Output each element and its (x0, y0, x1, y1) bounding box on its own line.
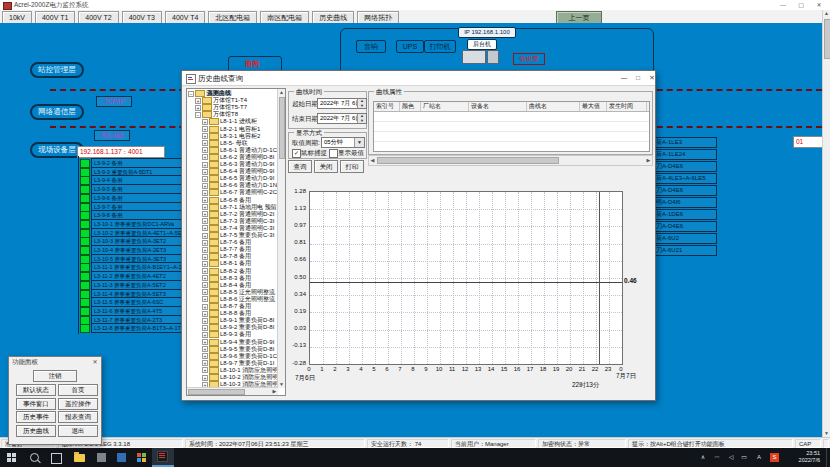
app-icon-blue[interactable] (112, 450, 132, 465)
file-explorer-icon[interactable] (70, 450, 90, 465)
tree-expander-icon[interactable]: + (202, 154, 208, 160)
properties-scroll-thumb[interactable] (377, 157, 559, 164)
tree-expander-icon[interactable]: + (202, 211, 208, 217)
query-button[interactable]: 查询 (288, 160, 312, 173)
scroll-thumb[interactable] (824, 19, 830, 59)
window-minimize-button[interactable]: — (776, 1, 790, 9)
tree-child-node[interactable]: +L8-8-5 泛光照明整流 (202, 289, 286, 296)
tree-expander-icon[interactable]: + (202, 311, 208, 317)
tree-group-node[interactable]: +万体馆T1-T4 (195, 97, 283, 104)
tree-expander-icon[interactable]: + (202, 339, 208, 345)
tree-expander-icon[interactable]: + (202, 183, 208, 189)
app-vertical-scrollbar[interactable]: ▲ ▼ (822, 10, 830, 437)
tree-child-node[interactable]: +L8-6-3 普通动力D-9I (202, 161, 286, 168)
tree-expander-icon[interactable]: + (202, 247, 208, 253)
period-dropdown-arrow[interactable]: ▼ (354, 138, 364, 147)
function-panel-button[interactable]: 历史曲线 (16, 425, 56, 437)
tree-expander-icon[interactable]: + (202, 282, 208, 288)
properties-column-header[interactable]: 最大值 (580, 102, 607, 111)
tree-child-node[interactable]: +L8-2-1 电容柜1 (202, 126, 286, 133)
tree-child-node[interactable]: +L8-7-4 普通照明C-3I (202, 225, 286, 232)
taskbar-clock[interactable]: 23:51 2022/7/6 (786, 450, 820, 464)
start-button[interactable] (2, 450, 22, 465)
tree-expander-icon[interactable]: + (202, 147, 208, 153)
scroll-down-arrow[interactable]: ▼ (823, 430, 830, 437)
properties-column-header[interactable]: 发生时间 (607, 102, 647, 111)
tree-expander-icon[interactable]: + (202, 254, 208, 260)
device-row-label[interactable]: L3-11-8 赛事重要负荷A-B1T3~A-1T1 (91, 323, 187, 333)
tree-expander-icon[interactable]: + (202, 289, 208, 295)
tree-child-node[interactable]: +L8-9-5 重要负荷D-8I (202, 346, 286, 353)
window-maximize-button[interactable]: ▢ (794, 1, 808, 9)
function-panel-button[interactable]: 历史事件 (16, 411, 56, 423)
tree-child-node[interactable]: +L8-7-8 备用 (202, 253, 286, 260)
tree-child-node[interactable]: +L8-9-4 重要负荷D-9I (202, 339, 286, 346)
tree-expander-icon[interactable]: + (202, 332, 208, 338)
tree-child-node[interactable]: +L8-3-1 电容柜2 (202, 133, 286, 140)
tree-child-node[interactable]: +L8-6-6 普通动力D-1N (202, 182, 286, 189)
mouse-snap-checkbox[interactable]: ✓ (292, 149, 301, 158)
tree-expander-icon[interactable]: + (202, 233, 208, 239)
properties-column-header[interactable]: 索引号 (374, 102, 400, 111)
tree-expander-icon[interactable]: + (202, 325, 208, 331)
tree-expander-icon[interactable]: + (202, 119, 208, 125)
tree-group-node[interactable]: +万体馆T5-T7 (195, 104, 283, 111)
function-panel-button[interactable]: 首页 (58, 384, 98, 396)
tree-child-node[interactable]: +L8-1-1 进线柜 (202, 118, 286, 125)
tree-child-node[interactable]: +L8-9-7 重要负荷D-1I (202, 360, 286, 367)
tree-child-node[interactable]: +L8-10-1 消防应急照明 (202, 367, 286, 374)
properties-column-header[interactable]: 颜色 (400, 102, 421, 111)
close-button[interactable]: 关闭 (314, 160, 338, 173)
app-icon-gray[interactable] (92, 450, 112, 465)
tree-child-node[interactable]: +L8-5- 母联 (202, 140, 286, 147)
tree-expander-icon[interactable]: − (195, 112, 201, 118)
task-view-icon[interactable] (46, 450, 66, 465)
tree-expander-icon[interactable]: + (202, 140, 208, 146)
ime-icon[interactable]: ▭ (738, 448, 750, 467)
tree-child-node[interactable]: +L8-7-2 普通照明D-2I (202, 211, 286, 218)
tree-expander-icon[interactable]: + (202, 360, 208, 366)
dialog-close-button[interactable]: ✕ (646, 73, 658, 83)
tree-expander-icon[interactable]: + (202, 375, 208, 381)
tree-child-node[interactable]: +L8-9-6 重要负荷D-1C (202, 353, 286, 360)
function-panel-button[interactable]: 事件窗口 (16, 398, 56, 410)
tree-expander-icon[interactable]: + (202, 304, 208, 310)
tree-child-node[interactable]: +L8-9-1 重要负荷D-8I (202, 317, 286, 324)
tree-scroll-thumb[interactable] (279, 97, 285, 159)
function-panel-button[interactable]: 报表查询 (58, 411, 98, 423)
tree-child-node[interactable]: +L8-7-3 普通照明C-3I (202, 218, 286, 225)
tree-expander-icon[interactable]: + (202, 225, 208, 231)
store-icon[interactable] (132, 450, 152, 465)
function-panel-button[interactable]: 遥控操作 (58, 398, 98, 410)
tree-child-node[interactable]: +L8-10-2 消防应急照明 (202, 374, 286, 381)
tree-expander-icon[interactable]: + (202, 190, 208, 196)
tree-expander-icon[interactable]: + (202, 318, 208, 324)
start-date-spinner[interactable]: ▲▼ (357, 99, 366, 108)
tree-child-node[interactable]: +L8-8-4 备用 (202, 282, 286, 289)
tree-child-node[interactable]: +L8-6-2 普通照明D-8I (202, 154, 286, 161)
tree-child-node[interactable]: +L8-7-5 重要负荷C-3I (202, 232, 286, 239)
tree-expander-icon[interactable]: + (202, 268, 208, 274)
network-icon[interactable]: ⎓ (712, 448, 722, 467)
tree-expander-icon[interactable]: − (188, 91, 194, 97)
tree-child-node[interactable]: +L8-6-4 普通照明D-9I (202, 168, 286, 175)
acrel-app-taskbar-icon[interactable] (152, 448, 174, 467)
print-button[interactable]: 打印 (340, 160, 364, 173)
properties-column-header[interactable]: 曲线名 (527, 102, 580, 111)
speaker-icon[interactable]: ◁ (726, 448, 736, 467)
tree-group-node[interactable]: −万体馆T8 (195, 111, 283, 118)
show-desktop-button[interactable] (826, 448, 830, 467)
tree-expander-icon[interactable]: + (202, 240, 208, 246)
search-icon[interactable] (24, 450, 44, 465)
function-panel-button[interactable]: 默认状态 (16, 384, 56, 396)
tree-horizontal-scrollbar[interactable]: ▶ (187, 387, 278, 395)
dialog-maximize-button[interactable]: □ (632, 73, 644, 83)
tree-scroll-up[interactable]: ▲ (278, 89, 285, 96)
properties-scroll-left[interactable]: ◀ (369, 156, 376, 164)
properties-hscrollbar[interactable]: ◀ ▶ (368, 155, 653, 166)
end-date-spinner[interactable]: ▲▼ (357, 114, 366, 123)
tree-expander-icon[interactable]: + (195, 98, 201, 104)
tree-expander-icon[interactable]: + (202, 367, 208, 373)
tree-child-node[interactable]: +L8-9-3 备用 (202, 331, 286, 338)
tree-child-node[interactable]: +L8-7-1 场地用电 预留 (202, 204, 286, 211)
